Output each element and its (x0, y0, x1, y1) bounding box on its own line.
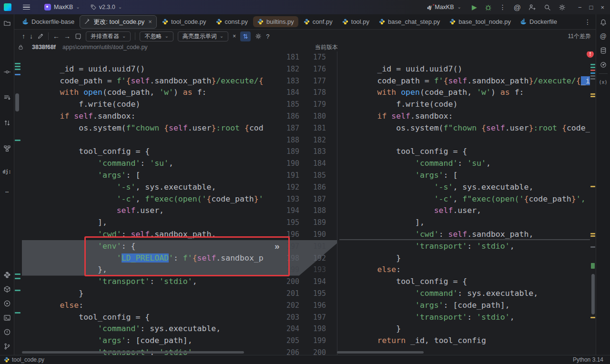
code-line[interactable] (339, 51, 590, 63)
code-line[interactable] (339, 134, 590, 146)
notifications-bell-icon[interactable] (600, 19, 607, 26)
tab-Dockerfile[interactable]: Dockerfile (516, 16, 561, 27)
project-tool-icon[interactable] (3, 20, 10, 27)
tab-Dockerfile-base[interactable]: Dockerfile-base (18, 16, 79, 27)
code-line[interactable]: 'transport': 'stdio', (339, 312, 590, 324)
ai-chat-tool-icon[interactable]: @ (600, 32, 606, 40)
code-line[interactable]: with open(code_path, 'w') as f: (22, 87, 266, 99)
interpreter-widget[interactable]: Python 3.14 (573, 356, 603, 363)
forward-icon[interactable]: → (64, 33, 71, 40)
code-line[interactable]: 'args': [code_path], (22, 335, 266, 347)
tab-更改: tool_code.py[interactable]: 更改: tool_code.py× (80, 15, 157, 29)
previous-change-icon[interactable]: ↑ (22, 33, 25, 40)
python-console-tool-icon[interactable] (3, 272, 10, 279)
tab-builtins.py[interactable]: builtins.py (253, 16, 298, 27)
code-line[interactable]: tool_config = { (22, 146, 266, 158)
code-line[interactable]: tool_config = { (22, 312, 266, 324)
code-line[interactable]: '-s', sys.executable, (339, 182, 590, 193)
code-line[interactable]: tool_config = { (339, 146, 590, 158)
more-run-options-icon[interactable]: ⋮ (499, 4, 506, 10)
code-line[interactable]: 'command': 'su', (339, 158, 590, 170)
search-icon[interactable] (544, 4, 551, 11)
tab-base_tool_node.py[interactable]: base_tool_node.py (445, 16, 515, 27)
terminal-tool-icon[interactable] (3, 314, 10, 322)
next-change-icon[interactable]: ↓ (30, 33, 33, 40)
code-line[interactable]: code_path = f'{self.sandbox_path}/execut… (339, 75, 590, 87)
code-line[interactable]: with open(code_path, 'w') as f: (339, 87, 590, 99)
left-horizontal-scrollbar[interactable] (22, 351, 244, 354)
viewer-mode-dropdown[interactable]: 并排查看器 ⌄ (86, 31, 131, 41)
code-line[interactable]: return _id, tool_config (339, 335, 590, 347)
inspection-error-badge[interactable]: ! (587, 51, 594, 58)
ai-assistant-icon[interactable]: @ (514, 4, 521, 11)
more-tool-windows-icon[interactable]: ⋯ (5, 189, 9, 195)
right-pane-scrollbar[interactable] (591, 274, 595, 314)
run-config-widget[interactable]: dj× MaxKB ⌄ (425, 2, 464, 12)
git-branch-tool-icon[interactable] (3, 343, 10, 350)
code-line[interactable]: } (22, 288, 266, 300)
collapse-icon[interactable]: × (233, 33, 236, 39)
code-line[interactable]: if self.sandbox: (22, 111, 266, 122)
code-line[interactable]: if self.sandbox: (339, 111, 590, 122)
code-line[interactable]: os.system(f"chown {self.user}:root {cod (22, 122, 266, 134)
code-line[interactable]: ], (339, 217, 590, 229)
help-icon[interactable]: ? (266, 33, 269, 40)
code-line[interactable]: _id = uuid.uuid7() (22, 63, 266, 75)
status-file-widget[interactable]: tool_code.py (4, 356, 44, 363)
edit-source-icon[interactable] (37, 33, 44, 40)
apply-change-arrow[interactable]: » (274, 241, 280, 252)
code-line[interactable]: 'command': 'su', (22, 158, 266, 170)
code-line[interactable]: '-c', f"exec(open('{code_path}' (22, 193, 266, 205)
code-line[interactable]: 'command': sys.executable, (22, 323, 266, 335)
vcs-tag-widget[interactable]: v2.3.0 ⌄ (88, 2, 125, 12)
code-line[interactable]: else: (22, 300, 266, 312)
run-button[interactable]: ▶ (472, 4, 477, 10)
revision-hash[interactable]: 3838f68f (32, 44, 56, 51)
code-line[interactable]: f.write(code) (22, 99, 266, 111)
database-tool-icon[interactable] (600, 47, 607, 54)
variables-tool-icon[interactable]: (x) (599, 80, 607, 85)
code-line[interactable]: 'args': [ (339, 170, 590, 182)
debug-button[interactable] (485, 4, 492, 11)
sync-scroll-toggle[interactable]: ⇅ (240, 31, 251, 41)
problems-tool-icon[interactable] (3, 329, 10, 336)
tab-overflow-icon[interactable]: ⋮ (584, 18, 591, 26)
code-line[interactable]: 'transport': 'stdio', (339, 241, 590, 253)
code-line[interactable] (22, 51, 266, 63)
code-with-me-icon[interactable] (529, 4, 536, 11)
minimize-button[interactable]: − (578, 4, 582, 11)
jump-to-source-icon[interactable] (75, 33, 81, 40)
pull-requests-tool-icon[interactable] (3, 120, 10, 127)
tab-tool.py[interactable]: tool.py (338, 16, 374, 27)
project-widget[interactable]: MaxKB ⌄ (41, 2, 83, 12)
code-line[interactable]: else: (339, 264, 590, 276)
settings-gear-icon[interactable] (559, 4, 566, 11)
python-packages-tool-icon[interactable] (3, 286, 10, 293)
tab-tool_code.py[interactable]: tool_code.py (158, 16, 211, 27)
code-line[interactable]: } (339, 323, 590, 335)
code-line[interactable]: '-c', f"exec(open('{code_path}', ' (339, 193, 590, 205)
code-line[interactable]: 'args': [ (22, 170, 266, 182)
code-line[interactable] (22, 134, 266, 146)
changes-tool-icon[interactable] (3, 94, 10, 101)
run-dashboard-tool-icon[interactable] (600, 61, 607, 69)
maximize-button[interactable]: □ (590, 4, 593, 11)
tab-conf.py[interactable]: conf.py (299, 16, 337, 27)
code-line[interactable]: ], (22, 217, 266, 229)
highlight-mode-dropdown[interactable]: 高亮显示单词 ⌄ (178, 31, 228, 41)
main-menu-icon[interactable] (23, 5, 30, 10)
commit-tool-icon[interactable] (3, 69, 10, 76)
services-tool-icon[interactable] (3, 300, 10, 307)
code-line[interactable]: '-s', sys.executable, (22, 182, 266, 193)
diff-settings-gear-icon[interactable] (255, 33, 262, 40)
close-tab-icon[interactable]: × (148, 18, 152, 25)
code-line[interactable]: os.system(f"chown {self.user}:root {code… (339, 122, 590, 134)
right-horizontal-scrollbar[interactable] (337, 351, 424, 354)
code-line[interactable]: tool_config = { (339, 276, 590, 288)
django-structure-tool-icon[interactable]: dj: (2, 169, 11, 174)
code-line[interactable]: code_path = f'{self.sandbox_path}/execut… (22, 75, 266, 87)
tab-base_chat_step.py[interactable]: base_chat_step.py (375, 16, 444, 27)
ignore-policy-dropdown[interactable]: 不忽略 ⌄ (140, 31, 173, 41)
code-line[interactable]: } (339, 253, 590, 264)
back-icon[interactable]: ← (53, 33, 60, 40)
